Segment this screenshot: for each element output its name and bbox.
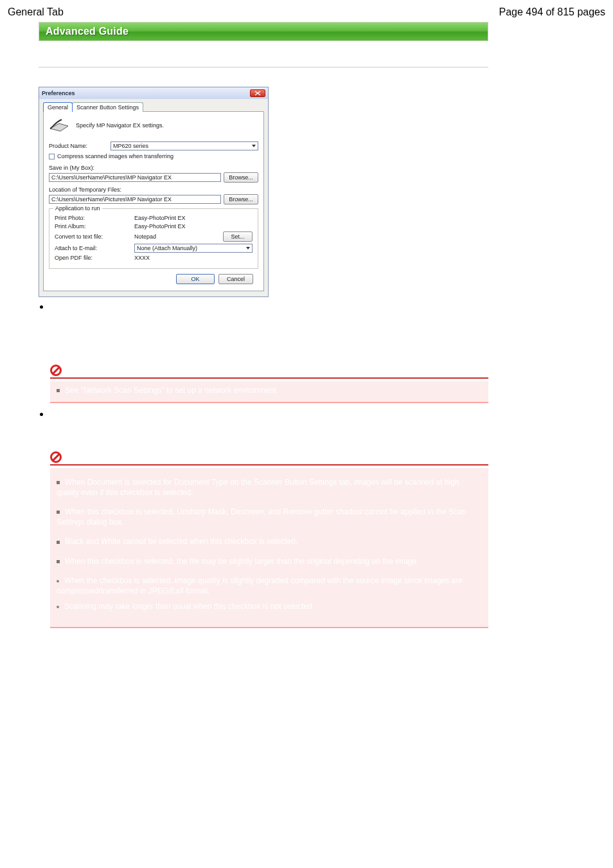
openpdf-value: XXXX: [134, 255, 253, 261]
note-text: When the checkbox is selected, image qua…: [57, 576, 463, 595]
body-text: Compress and transfer images scanned usi…: [49, 425, 488, 446]
body-text: For network connection, select one with …: [49, 339, 373, 349]
dialog-intro: Specify MP Navigator EX settings.: [76, 122, 164, 129]
page-title: General Tab: [8, 6, 64, 18]
note-text: When this checkbox is selected, the file…: [65, 557, 418, 566]
note-box: See "Network Scan Settings" to set up a …: [50, 381, 488, 403]
browse-temp-button[interactable]: Browse...: [224, 194, 258, 204]
chevron-down-icon: [252, 145, 256, 147]
preferences-dialog: Preferences General Scanner Button Setti…: [39, 87, 269, 297]
apps-legend: Application to run: [53, 205, 102, 212]
compress-checkbox[interactable]: [49, 154, 55, 159]
attach-select[interactable]: None (Attach Manually): [134, 244, 253, 253]
section-heading: Product Name: [49, 306, 373, 316]
save-in-path[interactable]: C:\Users\UserName\Pictures\MP Navigator …: [49, 173, 221, 182]
important-heading: Important: [50, 365, 488, 379]
important-heading: Important: [50, 451, 488, 466]
product-name-label: Product Name:: [49, 143, 111, 149]
square-bullet-icon: [57, 481, 60, 484]
advanced-guide-banner: Advanced Guide: [39, 22, 488, 41]
tab-scanner-button-settings[interactable]: Scanner Button Settings: [72, 102, 143, 112]
body-text: Displays the product name of the machine…: [49, 318, 373, 328]
save-in-label: Save in (My Box):: [49, 165, 258, 171]
list-item: Compress scanned images when transferrin…: [39, 410, 488, 446]
print-album-label: Print Album:: [55, 223, 132, 230]
square-bullet-icon: [57, 541, 60, 544]
attach-label: Attach to E-mail:: [55, 245, 132, 251]
body-text: If the displayed product is not the one …: [49, 328, 373, 338]
attach-value: None (Attach Manually): [137, 245, 197, 251]
apps-fieldset: Application to run Print Photo: Easy-Pho…: [49, 208, 258, 269]
divider: [39, 67, 488, 68]
important-icon: [50, 451, 62, 463]
circle-bullet-icon: [57, 580, 59, 583]
print-photo-label: Print Photo:: [55, 215, 132, 221]
dialog-title: Preferences: [42, 90, 75, 96]
square-bullet-icon: [57, 389, 60, 392]
cancel-button[interactable]: Cancel: [218, 274, 253, 284]
browse-save-button[interactable]: Browse...: [224, 172, 258, 183]
print-photo-value: Easy-PhotoPrint EX: [134, 215, 253, 221]
note-text: Scanning may take longer than usual when…: [64, 602, 314, 611]
important-label: Important: [66, 365, 101, 375]
close-icon[interactable]: [250, 89, 265, 97]
important-icon: [50, 365, 62, 376]
chevron-down-icon: [246, 247, 250, 249]
circle-bullet-icon: [57, 606, 59, 608]
note-text: When Document is selected for Document T…: [57, 478, 459, 497]
body-text: Network connection allows you to share t…: [49, 349, 373, 359]
product-name-value: MP620 series: [113, 143, 148, 149]
convert-value: Notepad: [134, 233, 220, 240]
product-name-select[interactable]: MP620 series: [111, 141, 258, 150]
note-text: When this checkbox is selected, Unsharp …: [57, 507, 466, 527]
print-album-value: Easy-PhotoPrint EX: [134, 223, 253, 230]
compress-label: Compress scanned images when transferrin…: [57, 153, 173, 159]
ok-button[interactable]: OK: [176, 274, 215, 284]
page-number: Page 494 of 815 pages: [499, 6, 605, 18]
tab-general[interactable]: General: [43, 102, 73, 112]
convert-label: Convert to text file:: [55, 233, 132, 240]
openpdf-label: Open PDF file:: [55, 255, 132, 261]
set-button[interactable]: Set...: [223, 231, 253, 242]
note-text: See "Network Scan Settings" to set up a …: [65, 386, 278, 395]
scanner-icon: [49, 117, 71, 134]
bullet-icon: [40, 305, 43, 309]
bullet-icon: [40, 413, 43, 416]
temp-path[interactable]: C:\Users\UserName\Pictures\MP Navigator …: [49, 195, 221, 204]
square-bullet-icon: [57, 511, 60, 514]
section-heading: Compress scanned images when transferrin…: [49, 413, 488, 424]
note-box: When Document is selected for Document T…: [50, 468, 488, 629]
important-label: Important: [66, 452, 101, 462]
note-text: Black and White cannot be selected when …: [65, 537, 298, 546]
list-item: Product Name Displays the product name o…: [39, 302, 488, 359]
temp-label: Location of Temporary Files:: [49, 186, 258, 193]
square-bullet-icon: [57, 560, 60, 563]
banner-label: Advanced Guide: [46, 26, 129, 37]
